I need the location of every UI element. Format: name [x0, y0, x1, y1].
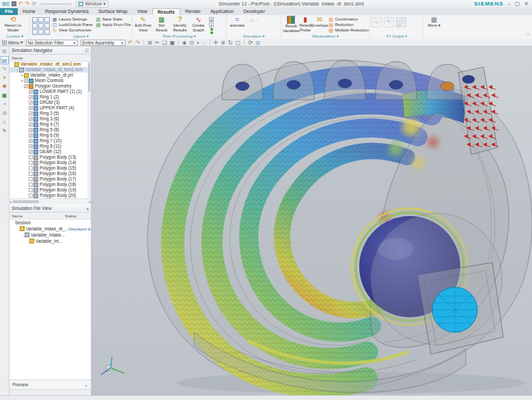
tree-horizontal-scrollbar[interactable]: ◂▸	[10, 198, 91, 204]
layer-icon[interactable]: ▣	[1, 92, 9, 100]
layout-settings-button[interactable]: ▦ Layout Settings	[52, 17, 93, 22]
file-view-row[interactable]: Variable_int...	[10, 238, 91, 244]
tree-item[interactable]: Ring 1 (2)	[10, 94, 87, 100]
tree-item[interactable]: Polygon Body (16)	[10, 171, 87, 176]
tree-checkbox[interactable]	[29, 144, 33, 148]
group-label-post-processing[interactable]: Post Processing ▾	[132, 34, 226, 39]
file-view-column-header[interactable]: Name Status	[10, 213, 91, 219]
zoom-icon[interactable]: ⊕	[221, 40, 225, 46]
undo-icon[interactable]: ↶	[18, 1, 23, 7]
tree-checkbox[interactable]	[29, 172, 33, 176]
more-button[interactable]: ▦ More ▾	[425, 16, 443, 28]
play-icon[interactable]: ▶	[251, 18, 254, 23]
rotate-icon[interactable]: ↻	[228, 40, 233, 46]
tree-checkbox[interactable]	[29, 117, 33, 121]
shaded-view-icon[interactable]: ◐	[197, 40, 200, 46]
home-icon[interactable]: ⌂	[1, 118, 9, 126]
tree-item[interactable]: LOWER PART (1) (1)	[10, 89, 87, 94]
create-graph-button[interactable]: ∿ Create Graph	[189, 16, 208, 32]
tree-item[interactable]: Ring 6 (9)	[10, 133, 87, 138]
roles-icon[interactable]: ◎	[1, 47, 9, 55]
collapse-up-icon[interactable]: ▴	[86, 206, 89, 211]
refresh-icon[interactable]: ⟳	[248, 40, 253, 46]
tree-item[interactable]: -Variable_intake_dt_fem1.fem	[10, 67, 87, 72]
part-navigator-icon[interactable]: ✦	[1, 74, 9, 82]
tree-item[interactable]: Ring 7 (10)	[10, 138, 87, 144]
multiple-reduction-button[interactable]: ▧ Multiple Reduction	[328, 28, 369, 33]
tree-item[interactable]: Variable_intake_dt_sim1.sim	[10, 62, 87, 67]
tree-item[interactable]: GEAR (12)	[10, 149, 87, 155]
simulation-navigator-icon[interactable]: ▤	[1, 56, 9, 64]
xy-mini3-icon[interactable]: ⊞	[396, 23, 401, 27]
window-layout-icon[interactable]: ⊞	[148, 40, 152, 46]
tree-checkbox[interactable]	[29, 139, 33, 143]
xy-edit-icon[interactable]: ✎	[384, 17, 394, 27]
lock-unlock-plane-button[interactable]: ◫ Lock/Unlock Plane	[52, 23, 93, 27]
previous-frame-icon[interactable]: «	[247, 18, 249, 23]
tab-home[interactable]: Home	[18, 8, 40, 15]
tree-checkbox[interactable]	[29, 133, 33, 137]
xy-mini4-icon[interactable]: ◌	[402, 23, 406, 27]
tree-item[interactable]: +Variable_intake_dt.prt	[10, 72, 87, 78]
edit-post-view-button[interactable]: ✎ Edit Post View	[134, 16, 152, 32]
tree-checkbox[interactable]	[29, 194, 33, 198]
group-label-manipulation[interactable]: Manipulation ▾	[281, 34, 369, 39]
marker-on-icon[interactable]	[210, 28, 213, 31]
restore-button[interactable]: ▢	[515, 1, 520, 7]
pin-icon[interactable]: ⊡	[85, 48, 89, 53]
tree-checkbox[interactable]	[29, 106, 33, 110]
layout-presets[interactable]	[32, 17, 50, 35]
tree-item[interactable]: Polygon Body (19)	[10, 187, 87, 193]
tab-response-dynamics[interactable]: Response Dynamics	[40, 8, 94, 15]
tree-item[interactable]: Polygon Body (14)	[10, 160, 87, 165]
next-frame-icon[interactable]: »	[255, 18, 258, 23]
group-label-animation[interactable]: Animation ▾	[227, 34, 281, 39]
snapshot-icon[interactable]: ▢	[236, 40, 241, 46]
tab-results[interactable]: Results	[152, 8, 180, 15]
tree-item[interactable]: UPPER PART (4)	[10, 105, 87, 111]
tree-checkbox[interactable]	[29, 95, 33, 99]
tree-item[interactable]: Polygon Body (17)	[10, 176, 87, 182]
selection-scope-dropdown[interactable]: Entire Assembly▾	[81, 40, 126, 46]
ribbon-collapse-icon[interactable]: ⌃	[526, 33, 530, 38]
wireframe-icon[interactable]: ◌	[203, 40, 206, 46]
tree-item[interactable]: Ring 5 (8)	[10, 127, 87, 133]
tree-checkbox[interactable]	[29, 155, 33, 159]
animate-button[interactable]: ≈ animate	[228, 16, 247, 28]
tree-item[interactable]: Polygon Body (20)	[10, 193, 87, 198]
pan-icon[interactable]: ✛	[214, 40, 219, 46]
save-state-button[interactable]: ▥ Save State	[96, 17, 131, 22]
tab-file[interactable]: File	[0, 8, 18, 15]
menu-button[interactable]: Menu▾	[2, 40, 23, 45]
tab-developer[interactable]: Developer	[238, 8, 270, 15]
tree-checkbox[interactable]	[29, 166, 33, 170]
group-label-layout[interactable]: Layout ▾	[30, 34, 132, 39]
tab-surface-wrap[interactable]: Surface Wrap	[94, 8, 132, 15]
tree-item[interactable]: Ring 4 (7)	[10, 122, 87, 127]
undo-icon[interactable]: ↶	[128, 40, 133, 46]
result-variables-button[interactable]: Result Variables	[283, 16, 300, 33]
fit-view-icon[interactable]: ⊡	[189, 40, 194, 46]
file-view-row[interactable]: Session	[10, 219, 91, 226]
tree-checkbox[interactable]	[29, 101, 33, 105]
tree-item[interactable]: Ring 3 (6)	[10, 116, 87, 122]
visualization-icon[interactable]: ❖	[1, 83, 9, 91]
graphics-viewport[interactable]	[92, 46, 532, 395]
notes-icon[interactable]: ✎	[1, 127, 9, 135]
return-to-model-button[interactable]: ⟲ Return to Model	[1, 16, 25, 32]
tree-checkbox[interactable]	[29, 183, 33, 187]
tree-checkbox[interactable]	[29, 122, 33, 126]
tree-vertical-scrollbar[interactable]	[87, 62, 91, 198]
tree-item[interactable]: -Polygon Geometry	[10, 83, 87, 89]
set-result-button[interactable]: ▦ Set Result	[152, 16, 171, 32]
tree-item[interactable]: Polygon Body (15)	[10, 165, 87, 171]
envelope-button[interactable]: ✉ Envelope	[311, 16, 328, 28]
tree-checkbox[interactable]	[29, 188, 33, 192]
minimize-button[interactable]: –	[507, 1, 510, 7]
tree-item[interactable]: Polygon Body (18)	[10, 182, 87, 187]
apply-from-file-button[interactable]: ▨ Apply From File	[96, 23, 131, 27]
touch-mode-icon[interactable]: ◎	[255, 40, 260, 46]
post-extra-icon[interactable]: ▤	[209, 17, 214, 22]
selection-filter-dropdown[interactable]: No Selection Filter▾	[26, 40, 78, 46]
file-view-row[interactable]: -Variable_intake_dt_...Displayed & Work	[10, 226, 91, 232]
